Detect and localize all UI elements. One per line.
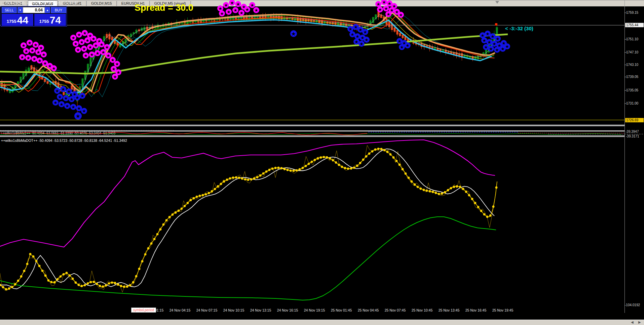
price-scale-label: 1731.00 bbox=[626, 101, 638, 105]
time-axis-label: 24 Nov 16:15 bbox=[277, 308, 298, 312]
svg-text:★: ★ bbox=[496, 36, 500, 41]
chart-title-bar: ▲GOLD#,M15 1755.85 1755.96 1754.27 1755.… bbox=[0, 0, 644, 5]
svg-text:★: ★ bbox=[20, 55, 24, 60]
svg-text:★: ★ bbox=[378, 7, 382, 12]
time-axis-label: 24 Nov 04:15 bbox=[169, 308, 190, 312]
svg-text:★: ★ bbox=[489, 46, 493, 51]
indicator-label: ++wilko1sBbMaDOT++ -50.4094 -53.5723 -50… bbox=[1, 138, 127, 143]
svg-text:★: ★ bbox=[220, 11, 224, 16]
svg-text:★: ★ bbox=[350, 32, 354, 37]
svg-text:★: ★ bbox=[67, 89, 71, 94]
svg-text:★: ★ bbox=[76, 113, 80, 119]
dot-series bbox=[0, 148, 497, 290]
time-axis-label: 25 Nov 10:45 bbox=[412, 308, 432, 312]
terminal-window: ★★★★★★★★★★★★★★★★★★★★★★★★★★★★★★★★★★★★★★★★… bbox=[0, 0, 644, 325]
indicator-scale-min: -104.0192 bbox=[625, 303, 640, 307]
svg-text:★: ★ bbox=[386, 12, 390, 17]
svg-text:★: ★ bbox=[77, 32, 81, 37]
window-collapse-icon[interactable]: ▲ bbox=[2, 1, 4, 4]
sell-price-button[interactable]: 1755 44 bbox=[2, 14, 33, 26]
price-scale-label: 1747.10 bbox=[626, 50, 638, 54]
time-axis-label: 25 Nov 07:45 bbox=[385, 308, 406, 312]
spread-annotation: Spread = 30.0 bbox=[135, 3, 193, 13]
svg-text:★: ★ bbox=[505, 44, 509, 49]
price-scale-label: 1759.15 bbox=[626, 11, 638, 14]
svg-text:★: ★ bbox=[291, 31, 296, 37]
svg-text:★: ★ bbox=[77, 106, 81, 111]
svg-text:★: ★ bbox=[71, 105, 75, 110]
svg-text:★: ★ bbox=[358, 27, 363, 32]
svg-text:★: ★ bbox=[90, 52, 94, 57]
sell-signal-dots: ★★★★★★★★★★★★★★★★★★★★★★★★★★★★★★★★★★★★★★★★… bbox=[19, 0, 404, 80]
svg-text:★: ★ bbox=[58, 94, 62, 99]
buy-price-base: 1755 bbox=[39, 19, 49, 24]
svg-text:★: ★ bbox=[239, 10, 243, 15]
svg-text:★: ★ bbox=[111, 57, 115, 63]
svg-text:★: ★ bbox=[106, 53, 110, 58]
svg-text:★: ★ bbox=[85, 38, 89, 43]
svg-text:★: ★ bbox=[34, 42, 38, 47]
current-price-tag: 1755.44 bbox=[625, 23, 644, 27]
highlighted-price-tag: 1726.69 bbox=[625, 118, 644, 122]
symbol-period-tooltip: symbol,period bbox=[131, 308, 156, 313]
svg-text:★: ★ bbox=[60, 102, 64, 107]
volume-input[interactable]: 0.04 bbox=[23, 7, 45, 13]
price-scale-border bbox=[624, 0, 625, 313]
time-axis-label: 24 Nov 19:15 bbox=[304, 308, 325, 312]
svg-text:★: ★ bbox=[354, 25, 358, 30]
svg-text:★: ★ bbox=[24, 49, 28, 54]
svg-text:★: ★ bbox=[91, 36, 96, 41]
svg-text:★: ★ bbox=[363, 30, 367, 35]
svg-text:★: ★ bbox=[75, 95, 79, 100]
svg-text:★: ★ bbox=[84, 53, 88, 58]
svg-text:★: ★ bbox=[76, 47, 80, 52]
volume-decrease-button[interactable]: ▼ bbox=[17, 7, 23, 13]
window-separator[interactable] bbox=[0, 135, 625, 137]
svg-text:★: ★ bbox=[245, 7, 249, 12]
volume-increase-button[interactable]: ▲ bbox=[45, 7, 50, 13]
price-scale-label: 1743.10 bbox=[626, 63, 638, 67]
svg-text:★: ★ bbox=[32, 56, 36, 62]
svg-text:★: ★ bbox=[384, 6, 388, 11]
svg-text:★: ★ bbox=[82, 109, 86, 114]
sell-price-base: 1755 bbox=[7, 19, 16, 24]
svg-text:★: ★ bbox=[100, 42, 104, 47]
svg-text:★: ★ bbox=[55, 88, 59, 93]
svg-text:★: ★ bbox=[359, 41, 364, 46]
svg-text:★: ★ bbox=[80, 93, 84, 98]
price-scale-label: 1739.05 bbox=[626, 75, 638, 79]
svg-text:★: ★ bbox=[71, 35, 75, 40]
buy-price-button[interactable]: 1755 74 bbox=[34, 14, 66, 26]
svg-text:★: ★ bbox=[492, 41, 496, 46]
svg-text:★: ★ bbox=[501, 46, 505, 51]
buy-button[interactable]: BUY bbox=[51, 7, 66, 13]
svg-text:★: ★ bbox=[406, 43, 410, 48]
svg-text:★: ★ bbox=[42, 52, 46, 57]
time-axis-label: 24 Nov 13:15 bbox=[250, 308, 271, 312]
svg-text:★: ★ bbox=[38, 58, 42, 63]
chart-canvas[interactable]: ★★★★★★★★★★★★★★★★★★★★★★★★★★★★★★★★★★★★★★★★… bbox=[0, 0, 644, 325]
svg-text:★: ★ bbox=[74, 41, 78, 46]
scroll-left-arrow[interactable]: ◀ bbox=[631, 320, 634, 324]
price-scale-label: 1735.05 bbox=[626, 88, 638, 92]
svg-text:★: ★ bbox=[486, 31, 490, 36]
svg-text:★: ★ bbox=[43, 61, 47, 66]
svg-text:★: ★ bbox=[65, 104, 69, 109]
svg-text:★: ★ bbox=[218, 6, 222, 11]
sell-button[interactable]: SELL bbox=[2, 7, 17, 13]
signal-annotation: < -3:-32 (30) bbox=[505, 26, 533, 31]
svg-text:★: ★ bbox=[254, 8, 258, 13]
svg-text:★: ★ bbox=[116, 70, 120, 75]
scroll-right-arrow[interactable]: ▶ bbox=[638, 320, 641, 324]
window-separator[interactable] bbox=[0, 125, 625, 126]
svg-text:★: ★ bbox=[491, 34, 495, 39]
time-axis-label: 25 Nov 01:45 bbox=[331, 308, 352, 312]
svg-text:★: ★ bbox=[227, 9, 231, 14]
window-separator[interactable] bbox=[0, 130, 625, 132]
time-axis-label: 24 Nov 10:15 bbox=[223, 308, 244, 312]
svg-text:★: ★ bbox=[482, 38, 486, 43]
svg-text:★: ★ bbox=[113, 74, 117, 79]
svg-text:★: ★ bbox=[348, 27, 352, 32]
buy-price-pips: 74 bbox=[50, 15, 61, 25]
time-axis-label: 24 Nov 07:15 bbox=[196, 308, 217, 312]
